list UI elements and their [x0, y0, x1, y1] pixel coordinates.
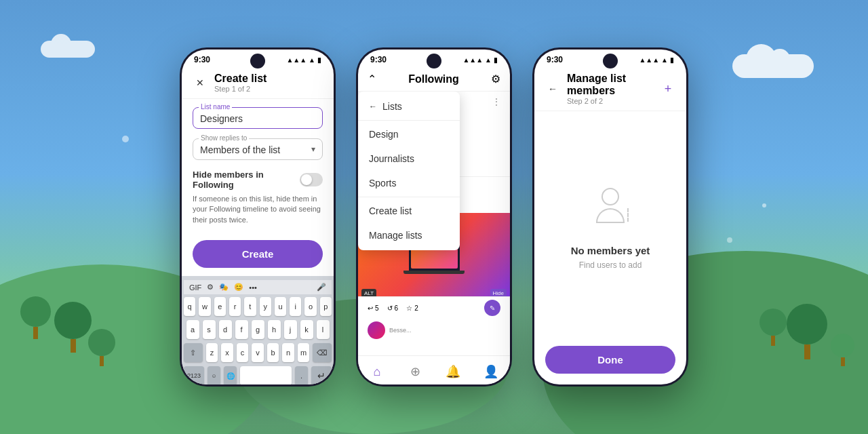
- settings-icon-2[interactable]: ⚙: [491, 73, 500, 85]
- keyboard-rows: q w e r t y u i o p a s d: [184, 297, 332, 362]
- cloud-right: [732, 54, 814, 78]
- spacebar[interactable]: [240, 366, 292, 384]
- toggle-knob: [301, 174, 312, 185]
- star-icon: ☆: [406, 304, 412, 312]
- design-label: Design: [369, 129, 399, 140]
- key-f[interactable]: f: [235, 320, 248, 339]
- wifi-icon: ▲: [309, 56, 315, 64]
- key-t[interactable]: t: [244, 297, 256, 316]
- key-p[interactable]: p: [320, 297, 332, 316]
- tree-1: [54, 302, 92, 353]
- following-title: Following: [408, 73, 459, 85]
- notch-3: [603, 54, 618, 68]
- key-s[interactable]: s: [203, 320, 216, 339]
- key-q[interactable]: q: [184, 297, 195, 316]
- key-n[interactable]: n: [282, 343, 294, 362]
- retweet-icon: ↺: [387, 304, 393, 312]
- key-b[interactable]: b: [267, 343, 279, 362]
- key-backspace[interactable]: ⌫: [313, 343, 332, 362]
- nav-search[interactable]: ⊕: [396, 361, 434, 382]
- nav-home[interactable]: ⌂: [358, 361, 396, 382]
- next-post-name: Besse...: [389, 327, 412, 334]
- back-arrow-icon[interactable]: ⌃: [368, 73, 376, 85]
- key-x[interactable]: x: [221, 343, 233, 362]
- key-v[interactable]: v: [252, 343, 264, 362]
- create-button[interactable]: Create: [193, 240, 323, 268]
- key-d[interactable]: d: [219, 320, 232, 339]
- nav-notifications[interactable]: 🔔: [434, 361, 472, 382]
- tree-2: [88, 329, 115, 366]
- dropdown-sports[interactable]: Sports: [358, 171, 460, 195]
- reply-count: 5: [375, 304, 379, 312]
- key-m[interactable]: m: [298, 343, 310, 362]
- status-icons-2: ▲▲▲ ▲ ▮: [462, 56, 498, 64]
- key-numbers[interactable]: ?123: [184, 366, 204, 384]
- dropdown-design[interactable]: Design: [358, 122, 460, 146]
- show-replies-value: Members of the list: [200, 143, 280, 155]
- nav-profile[interactable]: 👤: [472, 361, 510, 382]
- dropdown-create-list[interactable]: Create list: [358, 199, 460, 223]
- show-replies-label: Show replies to: [199, 134, 249, 142]
- key-period[interactable]: .: [295, 366, 308, 384]
- show-replies-select[interactable]: Show replies to Members of the list ▾: [193, 138, 323, 160]
- tree-3: [20, 296, 51, 339]
- keyboard-row-1: q w e r t y u i o p: [184, 297, 332, 316]
- gif-button[interactable]: GIF: [189, 283, 201, 292]
- key-o[interactable]: o: [304, 297, 316, 316]
- settings-icon[interactable]: ⚙: [207, 283, 214, 292]
- keyboard: GIF ⚙ 🎭 😊 ••• 🎤 q w e r t y: [182, 276, 334, 384]
- post-more-icon[interactable]: ⋮: [492, 97, 500, 113]
- empty-person-icon: [587, 188, 634, 235]
- key-globe[interactable]: 🌐: [224, 366, 237, 384]
- dropdown-journalists[interactable]: Journalists: [358, 146, 460, 171]
- emoji-icon[interactable]: 😊: [234, 283, 243, 292]
- key-l[interactable]: l: [317, 320, 330, 339]
- post-actions-bar: ↩ 5 ↺ 6 ☆ 2 ✎: [358, 296, 510, 319]
- add-member-button[interactable]: +: [660, 81, 675, 96]
- retweet-action[interactable]: ↺ 6: [387, 304, 399, 312]
- mic-icon[interactable]: 🎤: [317, 283, 326, 292]
- key-a[interactable]: a: [186, 320, 199, 339]
- wifi-icon-2: ▲: [485, 56, 492, 64]
- key-h[interactable]: h: [268, 320, 281, 339]
- time-1: 9:30: [194, 55, 210, 64]
- sticker-icon[interactable]: 🎭: [219, 283, 229, 292]
- key-r[interactable]: r: [229, 297, 241, 316]
- key-w[interactable]: w: [199, 297, 210, 316]
- key-j[interactable]: j: [284, 320, 297, 339]
- like-action[interactable]: ☆ 2: [406, 304, 418, 312]
- dropdown-lists[interactable]: ← Lists: [358, 94, 460, 119]
- toggle-section: Hide members in Following If someone is …: [193, 170, 323, 233]
- status-bar-3: 9:30 ▲▲▲ ▲ ▮: [534, 50, 686, 67]
- reply-action[interactable]: ↩ 5: [368, 304, 379, 312]
- key-g[interactable]: g: [252, 320, 264, 339]
- signal-icon: ▲▲▲: [286, 56, 307, 64]
- key-i[interactable]: i: [290, 297, 301, 316]
- dropdown-manage-lists[interactable]: Manage lists: [358, 223, 460, 248]
- key-u[interactable]: u: [275, 297, 286, 316]
- page-subtitle-3: Step 2 of 2: [567, 97, 654, 105]
- empty-state: No members yet Find users to add: [571, 188, 650, 270]
- list-name-input[interactable]: List name Designers: [193, 107, 323, 129]
- signal-icon-3: ▲▲▲: [639, 56, 659, 64]
- notch-2: [427, 54, 441, 68]
- phones-container: 9:30 ▲▲▲ ▲ ▮ ✕ Create list Step 1 of 2: [180, 47, 688, 387]
- key-c[interactable]: c: [237, 343, 249, 362]
- close-button[interactable]: ✕: [193, 75, 208, 90]
- edit-icon[interactable]: ✎: [484, 300, 500, 316]
- retweet-count: 6: [395, 304, 399, 312]
- next-post-preview: Besse...: [368, 321, 412, 339]
- hide-members-toggle[interactable]: [300, 173, 323, 186]
- key-emoji-mode[interactable]: ☺: [208, 366, 220, 384]
- key-y[interactable]: y: [260, 297, 271, 316]
- notch-1: [250, 54, 265, 68]
- more-icon[interactable]: •••: [249, 283, 257, 292]
- key-return[interactable]: ↵: [311, 366, 332, 384]
- done-button[interactable]: Done: [545, 346, 675, 374]
- key-shift[interactable]: ⇧: [184, 343, 203, 362]
- key-z[interactable]: z: [206, 343, 218, 362]
- list-name-value: Designers: [200, 112, 315, 124]
- back-button-3[interactable]: ←: [545, 81, 560, 96]
- key-e[interactable]: e: [214, 297, 226, 316]
- key-k[interactable]: k: [300, 320, 313, 339]
